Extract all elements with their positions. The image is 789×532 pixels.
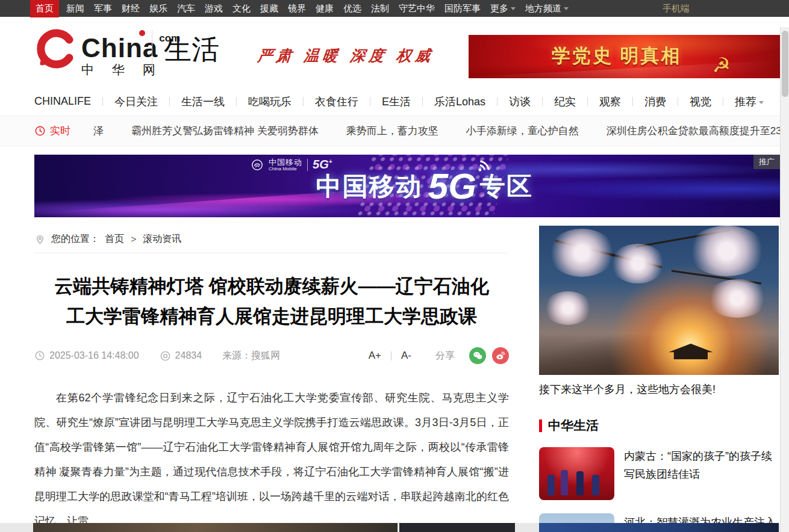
nav-lohas[interactable]: 乐活Lohas [434,94,485,109]
breadcrumb-current-link[interactable]: 滚动资讯 [143,233,181,246]
blossom-shape [549,229,615,277]
logo-brand: China [81,33,158,63]
breadcrumb: 您的位置： 首页 > 滚动资讯 [34,226,509,253]
sidebar-section-header: 中华生活 [539,417,779,434]
topnav-more[interactable]: 更多 [490,3,516,14]
clock-icon [34,350,45,361]
topnav-regions[interactable]: 地方频道 [525,3,569,14]
font-increase-button[interactable]: A+ [369,350,381,362]
site-header: Chinacom 中 华 网 生活 严肃 温暖 深度 权威 学党史 明真相 ☭ [0,17,789,87]
share-label: 分享 [435,350,455,362]
publish-time-text: 2025-03-16 14:48:00 [49,350,139,361]
channel-title[interactable]: 生活 [164,31,219,69]
china-com-swirl-icon [34,26,78,70]
top-nav-bar: 首页 新闻 军事 财经 娱乐 汽车 游戏 文化 援藏 镜界 健康 优选 法制 守… [0,0,789,17]
nav-separator [723,97,723,106]
scrollbar-thumb[interactable] [782,31,788,97]
publish-time: 2025-03-16 14:48:00 [34,350,139,361]
ticker-item[interactable]: 小手添新绿，童心护自然 [466,124,579,138]
topnav-home[interactable]: 首页 [30,0,59,17]
news-title: 内蒙古：“国家的孩子”的孩子续写民族团结佳话 [624,447,779,500]
channel-nav: CHINALIFE 今日关注 生活一线 吃喝玩乐 衣食住行 E生活 乐活Loha… [0,87,789,116]
cutoff-image [33,523,398,532]
site-logo[interactable]: Chinacom 中 华 网 [34,26,180,78]
topnav-more-label: 更多 [490,3,508,13]
wechat-share-button[interactable] [469,347,486,364]
topnav-game[interactable]: 游戏 [205,3,223,14]
topnav-military[interactable]: 军事 [94,3,112,14]
news-ticker: 实时 泽 霸州胜芳义警弘扬雷锋精神 关爱弱势群体 乘势而上，蓄力攻坚 小手添新绿… [0,116,789,146]
topnav-lens[interactable]: 镜界 [288,3,306,14]
breadcrumb-label: 您的位置： [51,233,99,246]
breadcrumb-separator: > [131,234,136,245]
ticker-label-text: 实时 [50,124,70,138]
china-mobile-icon [251,158,264,172]
breadcrumb-home-link[interactable]: 首页 [105,233,124,246]
promo-tag: 推广 [753,155,780,169]
nav-documentary[interactable]: 纪实 [554,94,576,109]
chevron-down-icon [511,7,516,10]
header-divider [152,30,152,71]
topnav-defense[interactable]: 国防军事 [444,3,481,14]
sidebar-photo-caption[interactable]: 接下来这半个多月，这些地方会很美! [539,382,779,397]
below-fold-cutoff [0,523,789,532]
views-icon [160,350,171,362]
nav-interview[interactable]: 访谈 [509,94,531,109]
news-thumbnail [539,447,614,500]
site-slogan: 严肃 温暖 深度 权威 [257,46,435,66]
topnav-auto[interactable]: 汽车 [177,3,195,14]
ad-title-5g: 5G [428,165,476,207]
ticker-item[interactable]: 乘势而上，蓄力攻坚 [346,124,438,138]
weibo-share-button[interactable] [492,347,509,364]
topnav-ent[interactable]: 娱乐 [149,3,167,14]
ticker-item[interactable]: 深圳住房公积金贷款最高额度提升至231万元 [607,124,789,138]
ticker-item[interactable]: 泽 [93,124,104,138]
china-mobile-5g-ad-banner[interactable]: 中国移动 China Mobile 5G+ 中国移动 5G 专区 推广 [34,155,780,217]
nav-food-fun[interactable]: 吃喝玩乐 [248,94,292,109]
topnav-aid-tibet[interactable]: 援藏 [260,3,278,14]
topnav-craft[interactable]: 守艺中华 [399,3,435,14]
nav-observe[interactable]: 观察 [599,94,621,109]
ticker-item[interactable]: 霸州胜芳义警弘扬雷锋精神 关爱弱势群体 [131,124,319,138]
topnav-culture[interactable]: 文化 [232,3,251,14]
nav-visual[interactable]: 视觉 [690,94,711,109]
nav-separator [422,97,423,106]
nav-separator [542,97,543,106]
font-decrease-button[interactable]: A- [401,350,411,362]
article-source: 来源：搜狐网 [222,350,280,362]
topnav-news[interactable]: 新闻 [66,3,84,14]
topnav-law[interactable]: 法制 [371,3,389,14]
nav-chinalife[interactable]: CHINALIFE [34,95,91,108]
topnav-picks[interactable]: 优选 [343,3,361,14]
nav-today-focus[interactable]: 今日关注 [114,94,158,109]
sidebar-feature-photo[interactable] [539,226,779,375]
nav-separator [587,97,588,106]
nav-recommend[interactable]: 推荐 [735,94,764,109]
nav-elife[interactable]: E生活 [382,94,411,109]
topnav-health[interactable]: 健康 [316,3,334,14]
blossom-shape [707,279,767,318]
vertical-scrollbar[interactable] [780,27,789,532]
party-emblem-icon: ☭ [713,53,731,77]
nav-separator [632,97,633,106]
nav-clothing-housing[interactable]: 衣食住行 [315,94,358,109]
ad-logo-brand-cn: 中国移动 [269,158,302,166]
ad-title-prefix: 中国移动 [316,169,422,203]
weibo-icon [495,350,506,361]
page: 首页 新闻 军事 财经 娱乐 汽车 游戏 文化 援藏 镜界 健康 优选 法制 守… [0,0,789,532]
nav-life-frontline[interactable]: 生活一线 [181,94,225,109]
mobile-version-link[interactable]: 手机端 [663,3,690,14]
topnav-finance[interactable]: 财经 [122,3,140,14]
sidebar-news-item[interactable]: 内蒙古：“国家的孩子”的孩子续写民族团结佳话 [539,447,779,500]
nav-consume[interactable]: 消费 [644,94,666,109]
party-history-banner[interactable]: 学党史 明真相 ☭ [469,35,780,78]
nav-separator [303,97,304,106]
content-area: 您的位置： 首页 > 滚动资讯 云端共铸精神灯塔 馆校联动赓续薪火——辽宁石油化… [0,217,789,532]
clock-icon [34,125,46,137]
ad-banner-title: 中国移动 5G 专区 [316,165,533,207]
nav-separator [497,97,497,106]
nav-separator [102,97,103,106]
blossom-shape [688,226,766,276]
section-red-bar [539,419,542,432]
ad-logo-divider [307,159,308,171]
